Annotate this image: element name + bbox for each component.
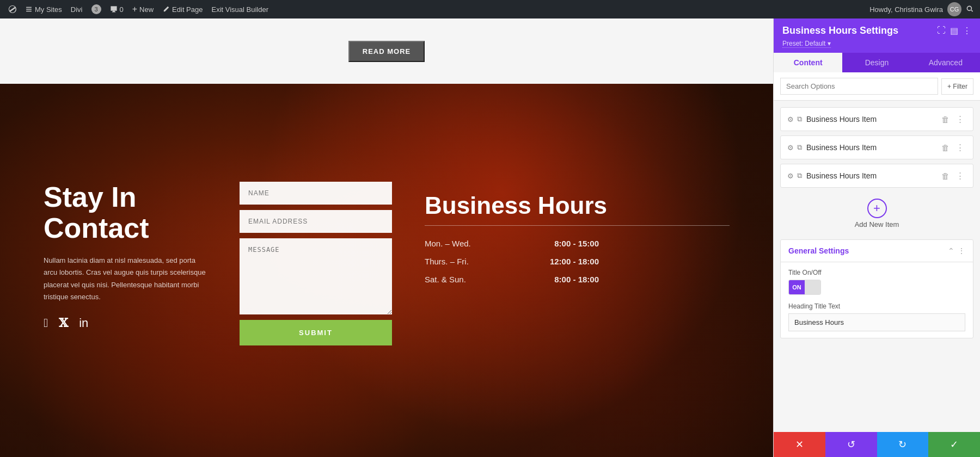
add-new-item-label: Add New Item [855, 220, 899, 228]
panel-layout-icon[interactable]: ▤ [950, 26, 958, 36]
bh-item-2-label: Business Hours Item [806, 143, 935, 152]
main-area: READ MORE Stay In Contact Nullam lacinia… [0, 18, 980, 457]
bh-item-2-more-icon[interactable]: ⋮ [954, 141, 966, 153]
bh-day-1: Mon. – Wed. [425, 239, 471, 248]
panel-title: Business Hours Settings [782, 25, 898, 36]
save-button[interactable]: ✓ [928, 432, 980, 457]
social-icons-row:  𝕏 in [44, 316, 207, 330]
top-navbar: My Sites Divi 3 0 + New Edit Page Exit V… [0, 0, 980, 18]
bh-item-1-icons: ⚙ ⧉ [787, 115, 802, 123]
contact-description: Nullam lacinia diam at nisl malesuada, s… [44, 255, 207, 302]
business-hours-item-2: ⚙ ⧉ Business Hours Item 🗑 ⋮ [780, 135, 973, 159]
comments-menu[interactable]: 0 [107, 0, 127, 18]
bh-item-3-more-icon[interactable]: ⋮ [954, 170, 966, 182]
bh-display-title: Business Hours [425, 193, 730, 226]
bh-item-2-copy-icon[interactable]: ⧉ [797, 143, 802, 152]
bh-item-3-icons: ⚙ ⧉ [787, 171, 802, 180]
message-input[interactable] [240, 238, 392, 314]
panel-bottom-bar: ✕ ↺ ↻ ✓ [774, 432, 980, 457]
right-panel: Business Hours Settings ⛶ ▤ ⋮ Preset: De… [773, 18, 980, 457]
submit-button[interactable]: SUBMIT [240, 320, 392, 345]
comments-count: 0 [120, 5, 124, 14]
add-new-item-button[interactable]: + Add New Item [780, 192, 973, 235]
top-strip: READ MORE [0, 18, 773, 84]
contact-form: SUBMIT [240, 182, 392, 457]
filter-button[interactable]: + Filter [941, 78, 973, 95]
tab-design[interactable]: Design [842, 53, 911, 72]
tab-content[interactable]: Content [774, 53, 842, 72]
search-icon[interactable] [966, 5, 975, 14]
undo-button[interactable]: ↺ [825, 432, 877, 457]
bh-item-3-actions: 🗑 ⋮ [939, 170, 966, 182]
counter-badge: 3 [91, 4, 101, 14]
bh-item-2-icons: ⚙ ⧉ [787, 143, 802, 152]
bh-time-2: 12:00 - 18:00 [550, 257, 599, 266]
panel-title-row: Business Hours Settings ⛶ ▤ ⋮ [782, 25, 971, 36]
facebook-icon[interactable]:  [44, 316, 48, 330]
panel-search-bar: + Filter [774, 72, 980, 101]
heading-title-input[interactable] [788, 313, 965, 331]
bh-day-2: Thurs. – Fri. [425, 257, 469, 266]
user-avatar[interactable]: CG [947, 2, 961, 16]
bh-row-1: Mon. – Wed. 8:00 - 15:00 [425, 234, 599, 252]
bh-item-2-delete-icon[interactable]: 🗑 [939, 142, 952, 153]
new-button[interactable]: + New [129, 0, 157, 18]
tab-advanced[interactable]: Advanced [911, 53, 980, 72]
name-input[interactable] [240, 182, 392, 205]
bh-item-1-settings-icon[interactable]: ⚙ [787, 115, 794, 123]
panel-more-icon[interactable]: ⋮ [963, 26, 971, 36]
bh-row-3: Sat. & Sun. 8:00 - 18:00 [425, 270, 599, 288]
read-more-button[interactable]: READ MORE [348, 41, 425, 62]
divi-menu[interactable]: Divi [68, 0, 86, 18]
email-input[interactable] [240, 210, 392, 233]
general-settings-body: Title On/Off ON Heading Title Text [781, 262, 973, 338]
bh-item-3-settings-icon[interactable]: ⚙ [787, 172, 794, 180]
panel-preset[interactable]: Preset: Default ▾ [782, 40, 971, 47]
gs-header-icons: ⌃ ⋮ [948, 246, 965, 255]
business-hours-item-3: ⚙ ⧉ Business Hours Item 🗑 ⋮ [780, 164, 973, 188]
my-sites-label: My Sites [35, 5, 62, 14]
bh-item-1-more-icon[interactable]: ⋮ [954, 113, 966, 125]
redo-button[interactable]: ↻ [877, 432, 929, 457]
contact-left: Stay In Contact Nullam lacinia diam at n… [44, 182, 207, 457]
topbar-right: Howdy, Christina Gwira CG [869, 2, 975, 16]
toggle-on-state[interactable]: ON [789, 280, 805, 294]
bh-item-1-delete-icon[interactable]: 🗑 [939, 114, 952, 125]
toggle-off-state[interactable] [805, 280, 820, 294]
title-on-off-label: Title On/Off [788, 269, 965, 276]
bh-item-3-label: Business Hours Item [806, 171, 935, 180]
cancel-button[interactable]: ✕ [774, 432, 825, 457]
heading-title-label: Heading Title Text [788, 302, 965, 310]
edit-page-button[interactable]: Edit Page [159, 0, 206, 18]
search-options-input[interactable] [780, 78, 938, 95]
linkedin-icon[interactable]: in [79, 316, 88, 330]
my-sites-menu[interactable]: My Sites [22, 0, 65, 18]
panel-fullscreen-icon[interactable]: ⛶ [937, 26, 946, 36]
bh-time-3: 8:00 - 18:00 [554, 275, 599, 284]
title-toggle[interactable]: ON [788, 280, 821, 295]
bh-item-3-copy-icon[interactable]: ⧉ [797, 171, 802, 180]
new-label: New [139, 5, 154, 14]
bh-row-2: Thurs. – Fri. 12:00 - 18:00 [425, 252, 599, 270]
general-settings-title: General Settings [788, 246, 849, 255]
twitter-icon[interactable]: 𝕏 [59, 316, 68, 330]
gs-more-icon[interactable]: ⋮ [958, 246, 965, 255]
title-toggle-row: Title On/Off ON [788, 269, 965, 295]
edit-page-label: Edit Page [172, 5, 203, 14]
panel-header: Business Hours Settings ⛶ ▤ ⋮ Preset: De… [774, 18, 980, 53]
bh-item-2-actions: 🗑 ⋮ [939, 141, 966, 153]
panel-tabs: Content Design Advanced [774, 53, 980, 72]
bh-item-3-delete-icon[interactable]: 🗑 [939, 170, 952, 182]
gs-collapse-icon[interactable]: ⌃ [948, 246, 954, 255]
contact-title: Stay In Contact [44, 182, 207, 244]
bh-item-2-settings-icon[interactable]: ⚙ [787, 144, 794, 152]
general-settings-header[interactable]: General Settings ⌃ ⋮ [781, 240, 973, 262]
wordpress-logo[interactable] [5, 0, 20, 18]
exit-builder-button[interactable]: Exit Visual Builder [208, 0, 272, 18]
bh-item-1-copy-icon[interactable]: ⧉ [797, 115, 802, 123]
bh-time-1: 8:00 - 15:00 [554, 239, 599, 248]
panel-body: ⚙ ⧉ Business Hours Item 🗑 ⋮ ⚙ ⧉ Business… [774, 101, 980, 432]
divi-label: Divi [71, 5, 83, 14]
business-hours-item-1: ⚙ ⧉ Business Hours Item 🗑 ⋮ [780, 107, 973, 131]
updates-counter[interactable]: 3 [88, 0, 105, 18]
